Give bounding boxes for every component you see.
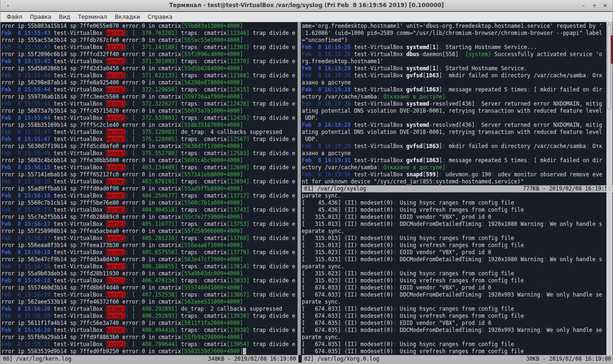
log-segment: Feb 8 15:56:20 bbox=[1, 313, 50, 319]
menu-edit[interactable]: Правка bbox=[26, 12, 55, 22]
log-segment: [13867] bbox=[227, 291, 249, 298]
log-segment: 7ffd6b6f4d40 error bbox=[80, 284, 139, 291]
log-segment: [ 674.033] (II) modeset(0) bbox=[302, 284, 393, 291]
scrollbar[interactable] bbox=[606, 22, 613, 355]
log-segment: 5560c7b1cb14 sp bbox=[27, 199, 76, 206]
log-segment: cmatrix bbox=[200, 72, 226, 79]
log-segment: rror ip bbox=[1, 270, 24, 277]
log-segment: : bbox=[302, 30, 305, 36]
log-segment: 55ad9ffbab14 sp bbox=[27, 185, 76, 192]
log-segment: ] bbox=[439, 157, 442, 164]
kernel-badge: kernel bbox=[106, 72, 126, 79]
minimize-button[interactable]: – bbox=[580, 2, 587, 9]
log-segment: [ 315.013] (II) modeset(0) bbox=[302, 242, 393, 248]
log-segment: ] bbox=[439, 86, 442, 93]
terminal-screen[interactable]: rror ip:55b803a15b14 sp:7ffe0655e070 err… bbox=[0, 22, 613, 355]
menu-tabs[interactable]: Вкладки bbox=[111, 12, 144, 22]
log-segment: [13779] bbox=[227, 249, 249, 256]
log-segment: UDP. bbox=[302, 136, 318, 142]
log-segment: : bbox=[125, 263, 129, 270]
titlebar[interactable]: ▾ Терминал - test@test-VirtualBox /var/l… bbox=[0, 0, 613, 11]
log-segment: [ 405.281216] bbox=[132, 235, 178, 241]
log-line: [ 674.033] (II) modeset(0): Using vrefre… bbox=[302, 313, 613, 320]
log-line: азано в доступе bbox=[302, 150, 613, 157]
log-segment: 0 in cmatrix bbox=[142, 228, 181, 234]
log-line: Feb 8 15:55:43 test-VirtualBox kernel: [… bbox=[1, 30, 298, 37]
log-segment: 0 in cmatrix bbox=[142, 334, 181, 340]
log-segment: Feb 8 15:56:18 bbox=[1, 263, 50, 270]
log-segment: [ 674.035] (II) modeset(0) bbox=[302, 341, 393, 347]
log-segment: Using vrefresh ranges from config file bbox=[397, 242, 524, 248]
log-segment: 0 in cmatrix bbox=[142, 93, 181, 100]
log-segment: EDID vendor "VBX", prod id 0 bbox=[397, 249, 491, 256]
log-segment: 0 in cmatrix bbox=[142, 51, 181, 58]
log-segment: : bbox=[139, 79, 142, 86]
log-segment: Feb 8 15:56:17 bbox=[1, 207, 50, 213]
scrollbar-red-marker bbox=[611, 35, 613, 64]
menu-help[interactable]: Справка bbox=[144, 12, 176, 22]
log-segment: test-VirtualBox bbox=[50, 164, 106, 171]
maximize-button[interactable]: + bbox=[591, 2, 598, 9]
log-line: eparate sync. bbox=[302, 228, 613, 235]
log-segment: : bbox=[125, 327, 129, 333]
log-segment: 599 bbox=[426, 171, 436, 178]
log-segment: : bbox=[439, 65, 442, 72]
menu-terminal[interactable]: Терминал bbox=[74, 12, 111, 22]
log-segment bbox=[129, 341, 132, 347]
log-segment: [55f2096c4000+4000] bbox=[181, 51, 243, 58]
log-segment: traps bbox=[178, 207, 198, 213]
window-controls: – + ✕ bbox=[580, 0, 609, 11]
log-line: ating potential DNS violation DVE-2018-0… bbox=[302, 129, 613, 136]
log-segment: mkdir failed on directory /var/cache/sam… bbox=[446, 143, 586, 149]
log-segment: test-VirtualBox bbox=[50, 178, 106, 185]
log-segment: : bbox=[139, 228, 142, 234]
log-segment: cmatrix bbox=[200, 235, 226, 241]
log-segment: 0 in cmatrix bbox=[142, 242, 181, 248]
log-line: :1.62086' (uid=1000 pid=2589 comm="/usr/… bbox=[302, 30, 613, 37]
log-segment: ="unconfined") bbox=[302, 37, 348, 43]
log-segment: [5603c4bc9000+4000] bbox=[181, 157, 243, 164]
log-segment: 55b803a15b14 sp bbox=[27, 23, 76, 29]
log-line: rror ip:557141ebab14 sp:7fff65212fc0 err… bbox=[1, 171, 298, 178]
log-line: eparate sync. bbox=[302, 263, 613, 270]
log-segment: [562aee531000+4000] bbox=[181, 298, 243, 305]
log-segment: DDCModeFromDetailedTiming bbox=[397, 327, 481, 333]
log-segment: traps bbox=[178, 164, 198, 171]
kernel-badge: kernel bbox=[106, 249, 126, 256]
menu-file[interactable]: Файл bbox=[3, 12, 26, 22]
log-segment: traps bbox=[178, 115, 198, 121]
log-segment: test-VirtualBox bbox=[351, 51, 406, 58]
log-segment: : bbox=[393, 348, 397, 355]
log-segment: test-VirtualBox bbox=[351, 143, 406, 149]
log-segment: : bbox=[393, 207, 397, 213]
menu-view[interactable]: Вид bbox=[55, 12, 74, 22]
log-segment: We only handle se bbox=[543, 327, 602, 333]
log-segment: test-VirtualBox bbox=[50, 327, 106, 333]
log-segment: ectory /var/cache/samba bbox=[302, 164, 377, 171]
log-segment: [ 405.116771] bbox=[132, 221, 178, 227]
log-segment: 0 in cmatrix bbox=[142, 65, 181, 72]
log-segment: 7fffcd32ff40 error bbox=[80, 51, 139, 58]
log-segment: ] bbox=[439, 72, 442, 79]
log-segment: : bbox=[125, 115, 129, 121]
file-statusbar-syslog: 01] /var/log/syslog777KB - 2019/02/08 16… bbox=[302, 185, 613, 192]
log-segment: trap divide e bbox=[249, 136, 295, 142]
log-segment: : bbox=[125, 207, 129, 213]
log-segment: 7ffe8a925400 error bbox=[80, 79, 139, 86]
log-segment: test-VirtualBox bbox=[50, 306, 106, 312]
close-button[interactable]: ✕ bbox=[602, 2, 609, 9]
log-segment: Feb 8 15:55:44 bbox=[1, 72, 50, 79]
log-segment: cmatrix bbox=[200, 249, 226, 256]
log-segment: traps bbox=[178, 192, 198, 199]
log-segment: 5603c4bcbb14 sp bbox=[27, 157, 76, 164]
log-segment: trap divide e bbox=[249, 313, 295, 319]
log-segment: 2 callbacks suppressed bbox=[207, 306, 282, 312]
log-segment: ectory /var/cache/samba bbox=[302, 93, 377, 100]
log-segment: 0 in cmatrix bbox=[142, 171, 181, 178]
log-segment bbox=[129, 44, 132, 50]
log-segment: Feb 8 15:55:43 bbox=[1, 44, 50, 50]
log-segment: 7ffe30bb5600 error bbox=[80, 157, 139, 164]
log-segment: [ mkdir failed on dir bbox=[530, 157, 602, 164]
log-segment: rror ip bbox=[1, 284, 24, 291]
log-segment: test-VirtualBox bbox=[50, 72, 106, 79]
